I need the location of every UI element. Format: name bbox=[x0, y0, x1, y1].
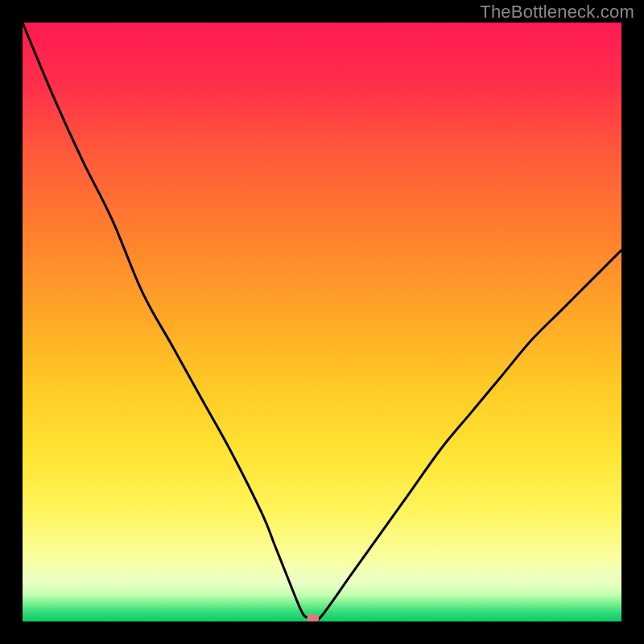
chart-outer-container: TheBottleneck.com bbox=[0, 0, 644, 644]
gradient-background bbox=[23, 23, 621, 621]
bottleneck-curve-chart bbox=[23, 23, 621, 621]
watermark-text: TheBottleneck.com bbox=[480, 2, 634, 23]
optimum-marker bbox=[307, 614, 319, 621]
plot-area bbox=[23, 23, 621, 621]
